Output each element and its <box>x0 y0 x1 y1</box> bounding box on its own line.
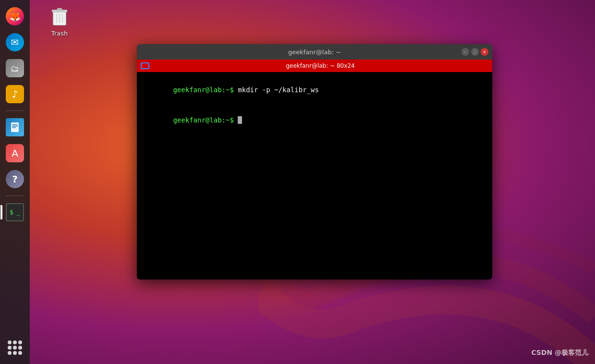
dock-item-terminal[interactable]: $ _ <box>3 201 26 224</box>
appstore-icon: A <box>6 144 24 162</box>
terminal-line-2: geekfanr@lab:~$ <box>141 105 488 135</box>
svg-rect-3 <box>12 127 16 128</box>
terminal-tab-icon <box>141 62 149 69</box>
close-icon: × <box>483 49 486 55</box>
dock-separator <box>5 110 24 111</box>
dock-item-sound[interactable]: ♪ <box>3 83 26 106</box>
thunderbird-icon: ✉ <box>6 33 24 51</box>
terminal-maximize-button[interactable]: □ <box>471 48 479 56</box>
trash-label: Trash <box>51 30 68 37</box>
terminal-cmd-1: mkdir -p ~/kalibr_ws <box>238 86 319 94</box>
terminal-window-controls: − □ × <box>461 48 488 56</box>
writer-icon <box>6 118 24 136</box>
dock-bottom <box>3 336 26 359</box>
terminal-icon: $ _ <box>6 203 24 221</box>
terminal-tabbar: geekfanr@lab: ~ 80x24 <box>137 60 492 72</box>
dock-item-writer[interactable] <box>3 116 26 139</box>
terminal-prompt-1: geekfanr@lab:~$ <box>173 86 238 94</box>
watermark: CSDN @极客范儿 <box>531 349 588 357</box>
apps-grid-icon <box>6 339 24 357</box>
terminal-window: geekfanr@lab: ~ − □ × geekfanr@lab: ~ 80… <box>137 44 492 279</box>
terminal-window-title: geekfanr@lab: ~ <box>288 49 341 56</box>
firefox-icon: 🦊 <box>6 7 24 25</box>
dock-item-help[interactable]: ? <box>3 168 26 191</box>
terminal-minimize-button[interactable]: − <box>461 48 469 56</box>
terminal-titlebar: geekfanr@lab: ~ − □ × <box>137 44 492 60</box>
trash-desktop-icon[interactable]: Trash <box>48 5 71 37</box>
help-icon: ? <box>6 170 24 188</box>
terminal-prompt-2: geekfanr@lab:~$ <box>173 116 238 124</box>
terminal-close-button[interactable]: × <box>481 48 488 56</box>
terminal-tab-title: geekfanr@lab: ~ 80x24 <box>152 62 488 69</box>
dock: 🦊 ✉ 🗂 ♪ A ? <box>0 0 30 364</box>
svg-rect-6 <box>57 8 62 10</box>
dock-item-appstore[interactable]: A <box>3 142 26 165</box>
svg-rect-2 <box>12 126 18 127</box>
minimize-icon: − <box>464 49 467 55</box>
trash-image <box>48 5 71 28</box>
dock-separator-2 <box>5 195 24 196</box>
dock-item-thunderbird[interactable]: ✉ <box>3 31 26 54</box>
terminal-cursor <box>238 116 242 124</box>
watermark-text: CSDN @极客范儿 <box>531 349 588 356</box>
dock-item-apps[interactable] <box>3 336 26 359</box>
maximize-icon: □ <box>474 49 476 55</box>
dock-item-firefox[interactable]: 🦊 <box>3 5 26 28</box>
files-icon: 🗂 <box>6 59 24 77</box>
terminal-body[interactable]: geekfanr@lab:~$ mkdir -p ~/kalibr_ws gee… <box>137 72 492 279</box>
terminal-line-1: geekfanr@lab:~$ mkdir -p ~/kalibr_ws <box>141 75 488 105</box>
dock-item-files[interactable]: 🗂 <box>3 57 26 80</box>
sound-icon: ♪ <box>6 85 24 103</box>
desktop: 🦊 ✉ 🗂 ♪ A ? <box>0 0 595 364</box>
svg-rect-10 <box>53 12 65 25</box>
svg-rect-1 <box>12 124 18 125</box>
